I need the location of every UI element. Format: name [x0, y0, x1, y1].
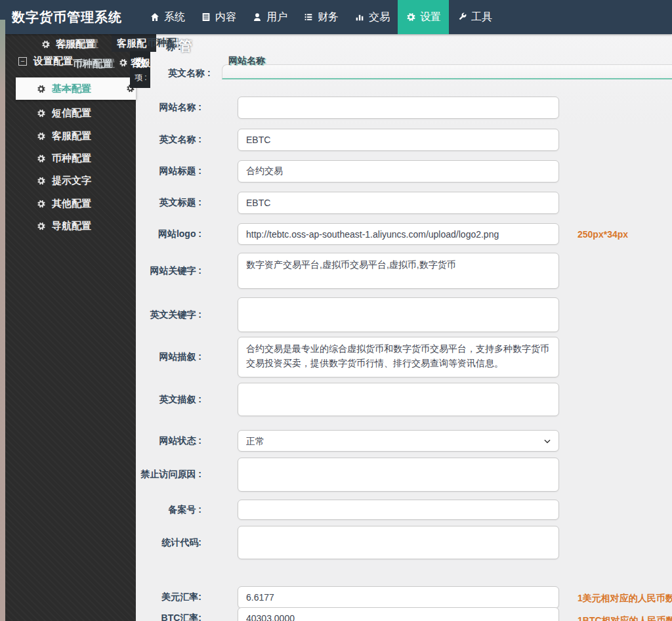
en-keywords-textarea[interactable] — [238, 297, 559, 332]
sidebar-item-label: 短信配置 — [52, 107, 91, 119]
en-name-input[interactable] — [238, 129, 559, 151]
nav-item-label: 系统 — [164, 11, 185, 24]
btc-rate-input[interactable] — [238, 607, 559, 621]
field-label-ban-reason: 禁止访问原因 : — [136, 458, 201, 492]
site-title-input[interactable] — [238, 160, 559, 182]
en-description-textarea[interactable] — [238, 383, 559, 416]
content-icon — [201, 12, 211, 22]
gear-icon — [41, 39, 51, 49]
sidebar: 客服配置 − 设置配置 基本配置 短信配置 客服配置 币种配置 提示文字 其他配… — [5, 34, 136, 621]
usd-rate-input[interactable] — [238, 586, 559, 609]
nav-item-system[interactable]: 系统 — [142, 0, 193, 34]
field-label-en-description: 英文描叙 : — [136, 383, 201, 416]
gear-icon — [36, 199, 46, 209]
nav-item-label: 工具 — [471, 11, 492, 24]
app-brand-title: 数字货币管理系统 — [12, 0, 122, 34]
icp-number-input[interactable] — [238, 500, 559, 520]
logo-size-hint: 250px*34px — [578, 229, 672, 240]
glitch-gear-icon — [125, 83, 135, 96]
field-label-site-name: 网站名称 : — [136, 96, 201, 119]
sidebar-item-label: 基本配置 — [52, 83, 91, 95]
field-label-en-keywords: 英文关键字 : — [136, 297, 201, 332]
collapse-minus-icon[interactable]: − — [18, 57, 27, 66]
stats-code-textarea[interactable] — [238, 526, 559, 559]
basic-config-form: 网站名称 : 英文名称 : 网站标题 : 英文标题 : 网站logo : 250… — [136, 34, 672, 621]
sidebar-item-label: 币种配置 — [52, 152, 91, 165]
nav-item-label: 设置 — [420, 11, 441, 24]
field-label-site-title: 网站标题 : — [136, 160, 201, 182]
gear-icon — [36, 221, 46, 231]
sidebar-item-label: 其他配置 — [52, 198, 91, 210]
nav-item-trade[interactable]: 交易 — [346, 0, 398, 34]
field-label-site-status: 网站状态 : — [136, 430, 201, 452]
usd-rate-hint: 1美元相对应的人民币数量 — [578, 593, 672, 605]
window-edge-strip — [0, 20, 5, 621]
top-navbar: 数字货币管理系统 系统 内容 用户 财务 交易 设置 工具 — [0, 0, 672, 34]
sidebar-item-service-config[interactable]: 客服配置 — [5, 128, 136, 144]
sidebar-item-label: 提示文字 — [52, 175, 91, 187]
field-label-icp-number: 备案号 : — [136, 500, 201, 520]
gear-icon — [36, 176, 46, 186]
finance-list-icon — [303, 12, 314, 22]
glitch-ghost-input — [222, 64, 672, 79]
sidebar-item-basic-config[interactable]: 基本配置 — [16, 77, 136, 100]
nav-item-label: 财务 — [318, 11, 339, 24]
field-label-site-keywords: 网站关键字 : — [136, 253, 201, 289]
sidebar-item-nav-config[interactable]: 导航配置 — [5, 218, 136, 234]
nav-item-label: 内容 — [215, 11, 236, 24]
field-label-en-name: 英文名称 : — [136, 129, 201, 151]
site-keywords-textarea[interactable]: 数字资产交易平台,虚拟币交易平台,虚拟币,数字货币 — [238, 253, 559, 289]
gear-icon — [36, 131, 46, 141]
nav-item-settings[interactable]: 设置 — [398, 0, 449, 34]
field-label-site-logo: 网站logo : — [136, 223, 201, 245]
sidebar-item-label: 导航配置 — [52, 220, 91, 232]
btc-rate-hint: 1BTC相对应的人民币数量 — [578, 615, 672, 621]
site-logo-input[interactable] — [238, 223, 559, 245]
sidebar-group-label: 设置配置 — [33, 55, 73, 68]
gear-icon — [36, 154, 46, 163]
sidebar-group-settings[interactable]: − 设置配置 — [18, 55, 73, 68]
sidebar-item-sms-config[interactable]: 短信配置 — [5, 105, 136, 121]
home-icon — [150, 12, 160, 22]
sidebar-item-other-config[interactable]: 其他配置 — [5, 196, 136, 211]
site-description-textarea[interactable]: 合约交易是最专业的综合虚拟货币和数字货币交易平台，支持多种数字货币交易投资买卖，… — [238, 337, 559, 377]
wrench-icon — [457, 12, 467, 22]
field-label-site-description: 网站描叙 : — [136, 337, 201, 377]
gear-icon — [406, 12, 416, 22]
nav-item-label: 用户 — [266, 11, 287, 24]
sidebar-item-tip-text[interactable]: 提示文字 — [5, 173, 136, 188]
field-label-btc-rate: BTC汇率: — [136, 607, 201, 621]
gear-icon — [36, 108, 46, 118]
nav-item-users[interactable]: 用户 — [244, 0, 295, 34]
nav-item-content[interactable]: 内容 — [193, 0, 244, 34]
user-icon — [252, 12, 262, 22]
glitch-text: 客服配置 — [56, 38, 95, 51]
site-status-select[interactable]: 正常 — [238, 430, 559, 452]
field-label-usd-rate: 美元汇率: — [136, 586, 201, 609]
ban-reason-textarea[interactable] — [238, 458, 559, 492]
field-label-en-title: 英文标题 : — [136, 192, 201, 214]
field-label-stats-code: 统计代码: — [136, 526, 201, 559]
nav-item-tools[interactable]: 工具 — [449, 0, 500, 34]
main-menu: 系统 内容 用户 财务 交易 设置 工具 — [142, 0, 500, 34]
gear-icon — [36, 84, 46, 94]
trade-chart-icon — [354, 12, 365, 22]
nav-item-finance[interactable]: 财务 — [295, 0, 346, 34]
site-name-input[interactable] — [238, 96, 559, 119]
sidebar-item-coin-config[interactable]: 币种配置 — [5, 150, 136, 166]
glitch-sidebar-item: 客服配置 — [41, 38, 95, 51]
nav-item-label: 交易 — [369, 11, 390, 24]
en-title-input[interactable] — [238, 192, 559, 214]
sidebar-item-label: 客服配置 — [52, 130, 91, 142]
